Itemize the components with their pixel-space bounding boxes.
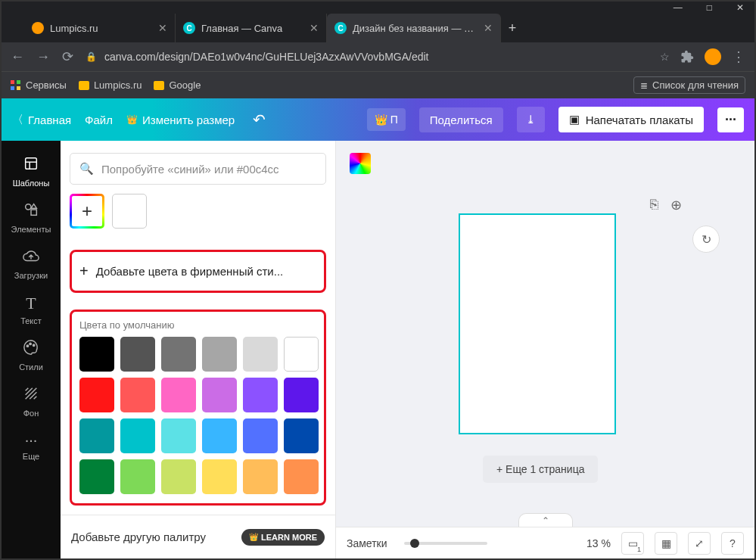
color-swatch[interactable] xyxy=(243,337,278,372)
nav-label: Фон xyxy=(23,409,39,418)
search-placeholder: Попробуйте «синий» или #00c4cc xyxy=(101,163,279,176)
grid-view-button[interactable]: ▦ xyxy=(655,532,677,555)
add-brand-colors-button[interactable]: + Добавьте цвета в фирменный сти... xyxy=(70,250,326,293)
zoom-level[interactable]: 13 % xyxy=(586,537,611,549)
svg-point-6 xyxy=(26,345,28,347)
close-tab-icon[interactable]: ✕ xyxy=(484,22,493,34)
color-swatch[interactable] xyxy=(161,337,196,372)
browser-tab-canva-home[interactable]: C Главная — Canva ✕ xyxy=(176,14,327,42)
color-swatch[interactable] xyxy=(243,378,278,412)
window-minimize[interactable]: — xyxy=(674,2,683,13)
nav-templates[interactable]: Шаблоны xyxy=(2,148,61,194)
bookmark-services[interactable]: Сервисы xyxy=(11,79,67,91)
chevron-left-icon: 〈 xyxy=(12,113,23,127)
default-colors-section: Цвета по умолчанию xyxy=(70,310,326,506)
notes-button[interactable]: Заметки xyxy=(347,537,387,549)
canvas-page[interactable] xyxy=(459,213,616,434)
page-indicator-button[interactable]: ▭1 xyxy=(621,532,644,555)
color-swatch[interactable] xyxy=(243,459,278,494)
extensions-icon[interactable] xyxy=(680,50,694,64)
color-swatch[interactable] xyxy=(120,418,155,453)
nav-text[interactable]: T Текст xyxy=(2,287,61,332)
color-swatch[interactable] xyxy=(284,418,319,453)
address-bar[interactable]: 🔒 canva.com/design/DAEo1w0v4nc/GuHELUej3… xyxy=(86,51,648,63)
color-swatch[interactable] xyxy=(284,459,319,494)
nav-label: Шаблоны xyxy=(13,179,50,188)
canva-favicon: C xyxy=(334,22,347,34)
resize-button[interactable]: 👑 Изменить размер xyxy=(126,114,235,126)
color-swatch[interactable] xyxy=(79,337,114,372)
duplicate-page-icon[interactable]: ⎘ xyxy=(650,197,658,213)
add-color-swatch[interactable]: + xyxy=(70,194,104,229)
file-menu[interactable]: Файл xyxy=(85,114,113,126)
nav-styles[interactable]: Стили xyxy=(2,332,61,378)
home-button[interactable]: 〈 Главная xyxy=(12,113,71,127)
color-swatch[interactable] xyxy=(79,378,114,412)
zoom-slider[interactable] xyxy=(404,542,487,545)
color-swatch[interactable] xyxy=(202,459,237,494)
nav-more[interactable]: ··· Еще xyxy=(2,425,61,468)
tab-title: Дизайн без названия — Плака xyxy=(353,23,478,34)
bm-label: Lumpics.ru xyxy=(94,79,142,91)
tab-title: Главная — Canva xyxy=(201,23,282,34)
color-swatch[interactable] xyxy=(161,459,196,494)
pro-badge[interactable]: 👑 П xyxy=(367,108,406,131)
page-drawer-toggle[interactable]: ⌃ xyxy=(518,513,573,527)
add-page-button[interactable]: + Еще 1 страница xyxy=(483,456,598,483)
learn-more-badge[interactable]: 👑 LEARN MORE xyxy=(241,529,325,546)
color-swatch[interactable] xyxy=(161,418,196,453)
bookmark-google[interactable]: Google xyxy=(154,79,201,91)
window-maximize[interactable]: □ xyxy=(707,2,712,13)
color-swatch[interactable] xyxy=(120,459,155,494)
nav-elements[interactable]: Элементы xyxy=(2,194,61,241)
add-page-icon[interactable]: ⊕ xyxy=(670,197,682,213)
share-button[interactable]: Поделиться xyxy=(419,107,503,132)
color-picker-indicator[interactable] xyxy=(350,153,371,174)
learn-more-text: LEARN MORE xyxy=(261,533,317,542)
download-button[interactable]: ⤓ xyxy=(517,107,545,132)
help-button[interactable]: ? xyxy=(721,532,744,555)
nav-background[interactable]: Фон xyxy=(2,378,61,425)
color-swatch[interactable] xyxy=(161,378,196,412)
nav-uploads[interactable]: Загрузки xyxy=(2,241,61,287)
bookmark-star-icon[interactable]: ☆ xyxy=(660,51,670,63)
color-swatch[interactable] xyxy=(79,418,114,453)
templates-icon xyxy=(23,155,39,176)
color-swatch[interactable] xyxy=(243,418,278,453)
apps-icon xyxy=(11,80,21,91)
reload-button[interactable]: ⟳ xyxy=(62,48,73,65)
current-color-swatch[interactable] xyxy=(112,194,147,229)
color-swatch[interactable] xyxy=(120,378,155,412)
bm-label: Список для чтения xyxy=(652,79,739,91)
plus-icon: + xyxy=(79,263,89,280)
close-tab-icon[interactable]: ✕ xyxy=(158,22,167,34)
browser-tab-canva-design[interactable]: C Дизайн без названия — Плака ✕ xyxy=(327,14,501,42)
color-swatch[interactable] xyxy=(202,418,237,453)
rotate-handle[interactable]: ↻ xyxy=(692,226,720,253)
window-close[interactable]: ✕ xyxy=(736,2,744,13)
profile-avatar[interactable] xyxy=(705,48,721,65)
back-button[interactable]: ← xyxy=(11,49,24,65)
svg-rect-0 xyxy=(26,158,37,170)
url-text: canva.com/design/DAEo1w0v4nc/GuHELUej3Az… xyxy=(104,51,429,63)
more-button[interactable]: ··· xyxy=(717,107,744,132)
browser-tab-lumpics[interactable]: Lumpics.ru ✕ xyxy=(24,14,176,42)
undo-button[interactable]: ↶ xyxy=(253,110,266,129)
color-swatch[interactable] xyxy=(79,459,114,494)
color-search-input[interactable]: 🔍 Попробуйте «синий» или #00c4cc xyxy=(70,153,326,185)
reading-list-button[interactable]: ≣ Список для чтения xyxy=(633,76,745,94)
add-palette-label[interactable]: Добавьте другую палитру xyxy=(71,530,206,543)
bookmark-lumpics[interactable]: Lumpics.ru xyxy=(79,79,142,91)
fullscreen-button[interactable]: ⤢ xyxy=(688,532,711,555)
forward-button[interactable]: → xyxy=(36,49,50,65)
color-swatch[interactable] xyxy=(120,337,155,372)
close-tab-icon[interactable]: ✕ xyxy=(310,22,319,34)
color-swatch[interactable] xyxy=(202,378,237,412)
color-swatch[interactable] xyxy=(284,378,319,412)
color-swatch[interactable] xyxy=(284,337,319,372)
print-button[interactable]: ▣ Напечатать плакаты xyxy=(558,107,704,132)
crown-icon: 👑 xyxy=(375,114,387,126)
new-tab-button[interactable]: + xyxy=(501,14,524,42)
color-swatch[interactable] xyxy=(202,337,237,372)
chrome-menu-icon[interactable]: ⋮ xyxy=(732,48,745,65)
